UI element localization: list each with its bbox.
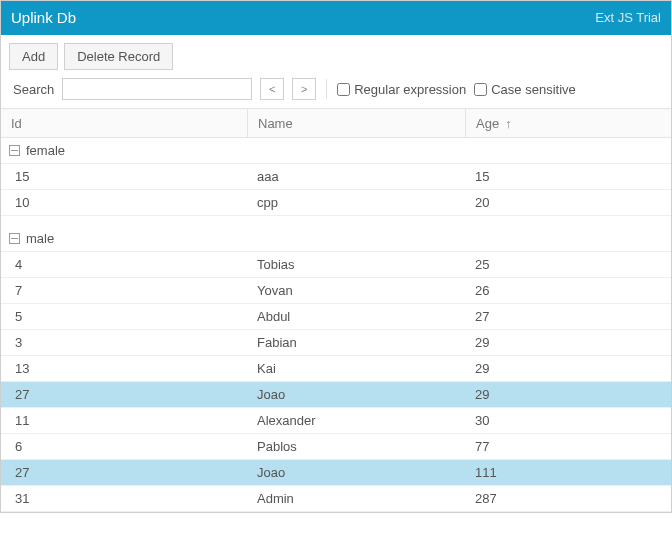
cell-id: 6 bbox=[1, 439, 247, 454]
cell-id: 7 bbox=[1, 283, 247, 298]
table-row[interactable]: 13Kai29 bbox=[1, 356, 671, 382]
table-row[interactable]: 31Admin287 bbox=[1, 486, 671, 512]
table-row[interactable]: 4Tobias25 bbox=[1, 252, 671, 278]
cell-name: Joao bbox=[247, 465, 465, 480]
case-label: Case sensitive bbox=[491, 82, 576, 97]
cell-name: Alexander bbox=[247, 413, 465, 428]
case-option[interactable]: Case sensitive bbox=[474, 82, 576, 97]
cell-name: Kai bbox=[247, 361, 465, 376]
table-row[interactable]: 5Abdul27 bbox=[1, 304, 671, 330]
cell-age: 20 bbox=[465, 195, 671, 210]
search-bar: Search < > Regular expression Case sensi… bbox=[1, 74, 671, 108]
cell-age: 26 bbox=[465, 283, 671, 298]
cell-name: Joao bbox=[247, 387, 465, 402]
group-header[interactable]: female bbox=[1, 138, 671, 164]
cell-id: 15 bbox=[1, 169, 247, 184]
toolbar: Add Delete Record bbox=[1, 35, 671, 74]
table-row[interactable]: 11Alexander30 bbox=[1, 408, 671, 434]
regex-option[interactable]: Regular expression bbox=[337, 82, 466, 97]
cell-age: 25 bbox=[465, 257, 671, 272]
panel: Uplink Db Ext JS Trial Add Delete Record… bbox=[0, 0, 672, 513]
cell-id: 27 bbox=[1, 465, 247, 480]
search-input[interactable] bbox=[62, 78, 252, 100]
cell-name: Tobias bbox=[247, 257, 465, 272]
table-row[interactable]: 10cpp20 bbox=[1, 190, 671, 216]
cell-age: 111 bbox=[465, 465, 671, 480]
cell-name: Fabian bbox=[247, 335, 465, 350]
cell-age: 30 bbox=[465, 413, 671, 428]
cell-age: 29 bbox=[465, 361, 671, 376]
cell-name: Pablos bbox=[247, 439, 465, 454]
regex-checkbox[interactable] bbox=[337, 83, 350, 96]
sort-asc-icon: ↑ bbox=[505, 116, 512, 131]
trial-label: Ext JS Trial bbox=[595, 1, 661, 35]
column-header-id[interactable]: Id bbox=[1, 109, 247, 137]
add-button[interactable]: Add bbox=[9, 43, 58, 70]
cell-id: 27 bbox=[1, 387, 247, 402]
grid-body: female15aaa1510cpp20male4Tobias257Yovan2… bbox=[1, 138, 671, 512]
delete-record-button[interactable]: Delete Record bbox=[64, 43, 173, 70]
search-label: Search bbox=[13, 82, 54, 97]
cell-age: 287 bbox=[465, 491, 671, 506]
collapse-icon[interactable] bbox=[9, 233, 20, 244]
table-row[interactable]: 15aaa15 bbox=[1, 164, 671, 190]
table-row[interactable]: 27Joao29 bbox=[1, 382, 671, 408]
cell-id: 10 bbox=[1, 195, 247, 210]
cell-name: cpp bbox=[247, 195, 465, 210]
search-next-button[interactable]: > bbox=[292, 78, 316, 100]
search-prev-button[interactable]: < bbox=[260, 78, 284, 100]
cell-age: 29 bbox=[465, 387, 671, 402]
table-row[interactable]: 6Pablos77 bbox=[1, 434, 671, 460]
regex-label: Regular expression bbox=[354, 82, 466, 97]
cell-age: 29 bbox=[465, 335, 671, 350]
cell-id: 31 bbox=[1, 491, 247, 506]
cell-age: 15 bbox=[465, 169, 671, 184]
cell-name: Yovan bbox=[247, 283, 465, 298]
panel-header: Uplink Db Ext JS Trial bbox=[1, 1, 671, 35]
column-header-age[interactable]: Age ↑ bbox=[465, 109, 671, 137]
table-row[interactable]: 27Joao111 bbox=[1, 460, 671, 486]
cell-id: 4 bbox=[1, 257, 247, 272]
column-header-name[interactable]: Name bbox=[247, 109, 465, 137]
group-label: female bbox=[26, 143, 65, 158]
cell-age: 27 bbox=[465, 309, 671, 324]
group-spacer bbox=[1, 216, 671, 226]
cell-id: 13 bbox=[1, 361, 247, 376]
case-checkbox[interactable] bbox=[474, 83, 487, 96]
panel-title: Uplink Db bbox=[11, 1, 76, 35]
grid-header: Id Name Age ↑ bbox=[1, 108, 671, 138]
cell-name: aaa bbox=[247, 169, 465, 184]
group-label: male bbox=[26, 231, 54, 246]
separator bbox=[326, 79, 327, 99]
cell-name: Abdul bbox=[247, 309, 465, 324]
cell-id: 11 bbox=[1, 413, 247, 428]
cell-name: Admin bbox=[247, 491, 465, 506]
cell-id: 5 bbox=[1, 309, 247, 324]
cell-id: 3 bbox=[1, 335, 247, 350]
table-row[interactable]: 7Yovan26 bbox=[1, 278, 671, 304]
cell-age: 77 bbox=[465, 439, 671, 454]
group-header[interactable]: male bbox=[1, 226, 671, 252]
table-row[interactable]: 3Fabian29 bbox=[1, 330, 671, 356]
collapse-icon[interactable] bbox=[9, 145, 20, 156]
